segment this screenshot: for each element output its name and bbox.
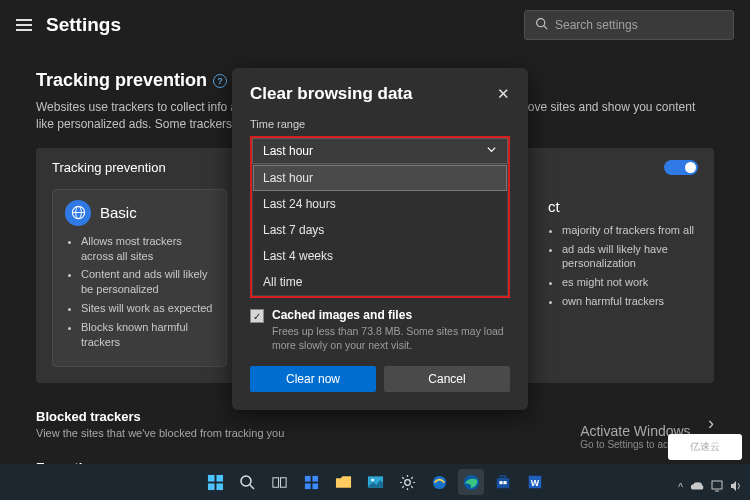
- dropdown-option[interactable]: All time: [253, 269, 507, 295]
- tile-bullet: majority of trackers from all: [562, 223, 698, 238]
- settings-icon[interactable]: [394, 469, 420, 495]
- svg-line-10: [250, 485, 254, 489]
- svg-rect-16: [312, 483, 318, 489]
- cached-files-label: Cached images and files: [272, 308, 510, 322]
- start-icon[interactable]: [202, 469, 228, 495]
- taskbar: W ^: [0, 464, 750, 500]
- dropdown-option[interactable]: Last hour: [253, 165, 507, 191]
- cancel-button[interactable]: Cancel: [384, 366, 510, 392]
- tile-strict-name: ct: [548, 198, 698, 215]
- task-view-icon[interactable]: [266, 469, 292, 495]
- dropdown-option[interactable]: Last 4 weeks: [253, 243, 507, 269]
- tracking-heading: Tracking prevention: [36, 70, 207, 91]
- search-icon: [535, 16, 548, 34]
- search-input[interactable]: [555, 18, 723, 32]
- cached-files-desc: Frees up less than 73.8 MB. Some sites m…: [272, 324, 510, 352]
- svg-text:W: W: [531, 478, 540, 488]
- clear-now-button[interactable]: Clear now: [250, 366, 376, 392]
- edge-icon[interactable]: [458, 469, 484, 495]
- network-icon[interactable]: [711, 480, 723, 494]
- word-icon[interactable]: W: [522, 469, 548, 495]
- ie-icon[interactable]: [426, 469, 452, 495]
- time-range-dropdown: Last hour Last 24 hours Last 7 days Last…: [252, 164, 508, 296]
- time-range-value: Last hour: [263, 144, 313, 158]
- tile-basic[interactable]: Basic Allows most trackers across all si…: [52, 189, 227, 367]
- svg-line-1: [544, 26, 547, 29]
- svg-rect-14: [312, 475, 318, 481]
- svg-rect-7: [207, 483, 214, 490]
- card-title: Tracking prevention: [52, 160, 166, 175]
- tile-bullet: Content and ads will likely be personali…: [81, 267, 214, 297]
- cached-files-checkbox[interactable]: ✓: [250, 309, 264, 323]
- photos-icon[interactable]: [362, 469, 388, 495]
- blocked-title: Blocked trackers: [36, 409, 284, 424]
- svg-rect-28: [712, 481, 722, 489]
- time-range-label: Time range: [250, 118, 510, 130]
- dropdown-option[interactable]: Last 7 days: [253, 217, 507, 243]
- tile-basic-name: Basic: [100, 204, 137, 221]
- yisu-watermark: 亿速云: [668, 434, 742, 460]
- clear-browsing-data-dialog: Clear browsing data ✕ Time range Last ho…: [232, 68, 528, 410]
- svg-rect-5: [207, 474, 214, 481]
- svg-rect-11: [272, 477, 278, 486]
- svg-rect-6: [216, 474, 223, 481]
- svg-rect-8: [216, 483, 223, 490]
- svg-point-19: [404, 479, 410, 485]
- tracking-toggle[interactable]: [664, 160, 698, 175]
- blocked-desc: View the sites that we've blocked from t…: [36, 427, 284, 439]
- svg-rect-13: [304, 475, 310, 481]
- search-input-wrapper[interactable]: [524, 10, 734, 40]
- dropdown-option[interactable]: Last 24 hours: [253, 191, 507, 217]
- svg-point-18: [371, 479, 374, 482]
- svg-rect-22: [497, 478, 509, 488]
- chevron-down-icon: [486, 144, 497, 158]
- svg-rect-24: [499, 481, 502, 484]
- tile-bullet: ad ads will likely have personalization: [562, 242, 698, 272]
- onedrive-icon[interactable]: [690, 481, 704, 493]
- explorer-icon[interactable]: [330, 469, 356, 495]
- tile-bullet: own harmful trackers: [562, 294, 698, 309]
- dialog-title: Clear browsing data: [250, 84, 412, 104]
- time-range-select[interactable]: Last hour: [252, 138, 508, 164]
- tray-chevron-icon[interactable]: ^: [678, 482, 683, 493]
- volume-icon[interactable]: [730, 480, 742, 494]
- menu-icon[interactable]: [16, 19, 32, 31]
- tile-bullet: Allows most trackers across all sites: [81, 234, 214, 264]
- svg-point-0: [537, 19, 545, 27]
- svg-rect-23: [500, 476, 505, 479]
- taskbar-search-icon[interactable]: [234, 469, 260, 495]
- store-icon[interactable]: [490, 469, 516, 495]
- svg-rect-12: [280, 477, 286, 486]
- tile-bullet: Blocks known harmful trackers: [81, 320, 214, 350]
- page-title: Settings: [46, 14, 524, 36]
- tile-bullet: es might not work: [562, 275, 698, 290]
- widgets-icon[interactable]: [298, 469, 324, 495]
- svg-rect-25: [503, 481, 506, 484]
- tile-strict-partial[interactable]: ct majority of trackers from all ad ads …: [548, 198, 698, 313]
- time-range-highlight: Last hour Last hour Last 24 hours Last 7…: [250, 136, 510, 298]
- system-tray[interactable]: ^: [678, 480, 742, 494]
- svg-rect-15: [304, 483, 310, 489]
- tile-bullet: Sites will work as expected: [81, 301, 214, 316]
- close-icon[interactable]: ✕: [497, 85, 510, 103]
- svg-point-9: [241, 476, 251, 486]
- globe-icon: [65, 200, 91, 226]
- info-icon[interactable]: ?: [213, 74, 227, 88]
